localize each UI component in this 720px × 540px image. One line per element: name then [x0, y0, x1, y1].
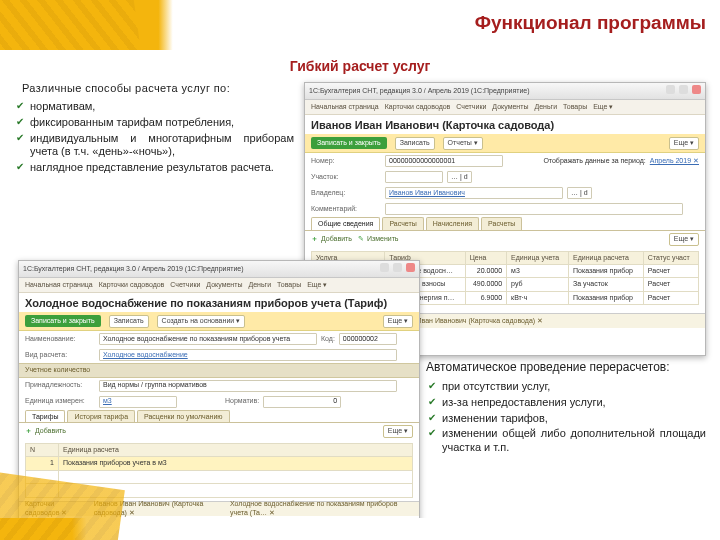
nav-item[interactable]: Счетчики — [170, 281, 200, 289]
nav-item[interactable]: Деньги — [248, 281, 271, 289]
field-label: Владелец: — [311, 189, 381, 197]
nav-item[interactable]: Начальная страница — [311, 103, 379, 111]
basis-button[interactable]: Создать на основании ▾ — [157, 315, 246, 328]
tab-history[interactable]: История тарифа — [67, 410, 135, 422]
norm-input[interactable]: 0 — [263, 396, 341, 408]
page-title: Функционал программы — [475, 12, 706, 34]
nav-item[interactable]: Еще ▾ — [593, 103, 613, 111]
bullet-item: из-за непредоставления услуги, — [432, 396, 706, 410]
col-header[interactable]: N — [26, 443, 59, 456]
kind-input[interactable]: Холодное водоснабжение — [99, 349, 397, 361]
comment-input[interactable] — [385, 203, 683, 215]
nav-item[interactable]: Деньги — [534, 103, 557, 111]
tab-strip: Тарифы История тарифа Расценки по умолча… — [19, 410, 419, 423]
tab-strip: Общие сведения Расчеты Начисления Расчет… — [305, 217, 705, 230]
nav-item[interactable]: Начальная страница — [25, 281, 93, 289]
more-button[interactable]: Еще ▾ — [383, 425, 413, 438]
window-controls[interactable] — [664, 85, 701, 97]
tab-calc[interactable]: Расчеты — [382, 217, 423, 229]
bullet-item: при отсутствии услуг, — [432, 380, 706, 394]
add-button[interactable]: ＋Добавить — [25, 427, 66, 435]
more-button[interactable]: Еще ▾ — [383, 315, 413, 328]
add-button[interactable]: ＋Добавить — [311, 235, 352, 243]
minimize-icon[interactable] — [380, 263, 389, 272]
bullet-item: наглядное представление результатов расч… — [20, 161, 294, 175]
menu-bar[interactable]: Начальная страница Карточки садоводов Сч… — [19, 278, 419, 293]
nav-item[interactable]: Счетчики — [456, 103, 486, 111]
status-tab[interactable]: Холодное водоснабжение по показаниям при… — [230, 500, 413, 517]
col-header[interactable]: Единица расчета — [59, 443, 413, 456]
pencil-icon: ✎ — [358, 235, 364, 243]
save-button[interactable]: Записать — [395, 137, 435, 150]
code-input[interactable]: 000000002 — [339, 333, 397, 345]
nav-item[interactable]: Документы — [206, 281, 242, 289]
action-bar: Записать и закрыть Записать Создать на о… — [19, 312, 419, 331]
maximize-icon[interactable] — [393, 263, 402, 272]
nav-item[interactable]: Товары — [563, 103, 587, 111]
nav-item[interactable]: Карточки садоводов — [385, 103, 451, 111]
field-label: Вид расчета: — [25, 351, 95, 359]
tab-tariffs[interactable]: Тарифы — [25, 410, 65, 422]
tab-default[interactable]: Расценки по умолчанию — [137, 410, 230, 422]
reports-button[interactable]: Отчеты ▾ — [443, 137, 483, 150]
number-input[interactable]: 00000000000000001 — [385, 155, 503, 167]
window-controls[interactable] — [378, 263, 415, 275]
col-header[interactable]: Цена — [465, 251, 506, 264]
section-label: Учетное количество — [19, 363, 419, 377]
col-header[interactable]: Статус участ — [643, 251, 698, 264]
table-row[interactable] — [26, 470, 413, 483]
more-button[interactable]: Еще ▾ — [669, 233, 699, 246]
minimize-icon[interactable] — [666, 85, 675, 94]
field-label: Норматив: — [225, 397, 259, 405]
owner-input[interactable]: Иванов Иван Иванович — [385, 187, 563, 199]
unit-input[interactable]: м3 — [99, 396, 177, 408]
bullet-item: изменении общей либо дополнительной площ… — [432, 427, 706, 455]
close-icon[interactable] — [692, 85, 701, 94]
more-button[interactable]: Еще ▾ — [669, 137, 699, 150]
field-label: Единица измерен: — [25, 397, 95, 405]
bullet-item: изменении тарифов, — [432, 412, 706, 426]
nav-item[interactable]: Товары — [277, 281, 301, 289]
window-titlebar[interactable]: 1С:Бухгалтерия СНТ, редакция 3.0 / Апрел… — [19, 261, 419, 278]
lookup-button[interactable]: … | d — [567, 187, 592, 199]
bullet-column-top: нормативам, фиксированным тарифам потреб… — [14, 100, 294, 177]
window-titlebar[interactable]: 1С:Бухгалтерия СНТ, редакция 3.0 / Апрел… — [305, 83, 705, 100]
maximize-icon[interactable] — [679, 85, 688, 94]
close-icon[interactable] — [406, 263, 415, 272]
col-header[interactable]: Единица учета — [507, 251, 569, 264]
action-bar: Записать и закрыть Записать Отчеты ▾ Еще… — [305, 134, 705, 153]
field-label: Участок: — [311, 173, 381, 181]
save-close-button[interactable]: Записать и закрыть — [311, 137, 387, 149]
window-title: 1С:Бухгалтерия СНТ, редакция 3.0 / Апрел… — [309, 87, 530, 95]
field-label: Комментарий: — [311, 205, 381, 213]
tab-general[interactable]: Общие сведения — [311, 217, 380, 229]
auto-title: Автоматическое проведение перерасчетов: — [426, 360, 706, 374]
edit-button[interactable]: ✎Изменить — [358, 235, 399, 243]
period-label: Отображать данные за период: — [543, 157, 645, 165]
plus-icon: ＋ — [25, 427, 32, 435]
col-header[interactable]: Единица расчета — [569, 251, 644, 264]
nav-item[interactable]: Документы — [492, 103, 528, 111]
lookup-button[interactable]: … | d — [447, 171, 472, 183]
footer-stripe — [0, 518, 720, 540]
grid-toolbar: ＋Добавить Еще ▾ — [19, 423, 419, 440]
nav-item[interactable]: Карточки садоводов — [99, 281, 165, 289]
period-link[interactable]: Апрель 2019 ✕ — [650, 157, 699, 165]
tab-calc2[interactable]: Расчеты — [481, 217, 522, 229]
tab-charge[interactable]: Начисления — [426, 217, 479, 229]
save-button[interactable]: Записать — [109, 315, 149, 328]
belongs-input[interactable]: Вид нормы / группа нормативов — [99, 380, 397, 392]
name-input[interactable]: Холодное водоснабжение по показаниям при… — [99, 333, 317, 345]
table-row[interactable]: 1 Показания приборов учета в м3 — [26, 457, 413, 470]
header-stripe: Функционал программы — [0, 0, 720, 50]
field-label: Код: — [321, 335, 335, 343]
field-label: Номер: — [311, 157, 381, 165]
save-close-button[interactable]: Записать и закрыть — [25, 315, 101, 327]
bullet-item: фиксированным тарифам потребления, — [20, 116, 294, 130]
plot-input[interactable] — [385, 171, 443, 183]
bullet-item: нормативам, — [20, 100, 294, 114]
window-title: 1С:Бухгалтерия СНТ, редакция 3.0 / Апрел… — [23, 265, 244, 273]
bullet-column-bottom: Автоматическое проведение перерасчетов: … — [426, 360, 706, 457]
menu-bar[interactable]: Начальная страница Карточки садоводов Сч… — [305, 100, 705, 115]
nav-item[interactable]: Еще ▾ — [307, 281, 327, 289]
